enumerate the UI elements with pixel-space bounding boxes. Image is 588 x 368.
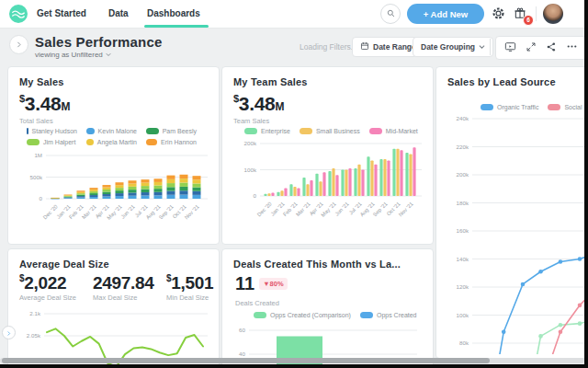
legend-swatch <box>254 312 266 318</box>
legend-label: Pam Beesly <box>163 128 197 134</box>
dashboard-actions-toolbar <box>495 36 584 60</box>
legend-item[interactable]: Enterprise <box>244 128 290 134</box>
team-sales-chart: 0100k200kDec '20Jan '21Feb '21Mar '21Apr… <box>233 136 422 242</box>
legend-item[interactable]: Small Business <box>300 128 360 134</box>
calendar-icon <box>360 41 369 52</box>
card-title: My Team Sales <box>233 76 308 87</box>
max-deal-metric: 2497.84 Max Deal Size <box>93 273 154 302</box>
legend-swatch <box>548 104 560 110</box>
legend-swatch <box>27 139 40 145</box>
card-title: My Sales <box>19 76 64 87</box>
svg-text:100k: 100k <box>244 167 257 173</box>
card-title: Deals Created This Month vs La... <box>233 259 401 270</box>
svg-text:Mar '21: Mar '21 <box>295 201 311 217</box>
card-title: Average Deal Size <box>19 259 109 270</box>
legend-item[interactable]: Opps Created <box>360 312 417 318</box>
team-sales-card: My Team Sales $3.48M Team Sales Enterpri… <box>221 66 434 245</box>
legend-label: Kevin Malone <box>98 128 137 134</box>
lead-source-card: Sales by Lead Source Organic TrafficSoci… <box>435 66 584 359</box>
date-range-label: Date Range <box>373 42 416 52</box>
legend-label: Mid-Market <box>386 128 418 134</box>
share-button[interactable] <box>546 41 557 55</box>
nav-tab-dashboards[interactable]: Dashboards <box>147 0 200 27</box>
viewing-as-dropdown[interactable]: viewing as Unfiltered <box>35 51 111 59</box>
legend-swatch <box>146 139 157 145</box>
legend-item[interactable]: Erin Hannon <box>146 139 197 145</box>
legend-item[interactable]: Stanley Hudson <box>27 128 77 134</box>
svg-text:240k: 240k <box>457 115 469 121</box>
svg-text:Nov '21: Nov '21 <box>398 201 414 217</box>
legend-label: Small Business <box>316 128 360 134</box>
date-grouping-button[interactable]: Date Grouping <box>413 37 493 57</box>
ellipsis-icon <box>566 40 578 55</box>
add-new-button[interactable]: + Add New <box>407 4 484 24</box>
legend-item[interactable]: Social <box>548 104 582 110</box>
horizontal-scrollbar-thumb[interactable] <box>2 358 490 363</box>
legend-label: Erin Hannon <box>161 139 197 145</box>
gear-icon <box>491 6 506 24</box>
svg-text:Jun '21: Jun '21 <box>119 203 135 219</box>
metric-label: Total Sales <box>19 117 53 125</box>
avg-deal-metric: $2,022 Average Deal Size <box>19 273 76 302</box>
deals-legend: Opps Created (Comparison)Opps Created <box>254 312 426 318</box>
present-button[interactable] <box>504 40 516 55</box>
fullscreen-button[interactable] <box>526 41 537 55</box>
expand-panel-button[interactable] <box>2 326 16 339</box>
notification-badge: 6 <box>523 15 534 26</box>
svg-text:140k: 140k <box>457 256 469 262</box>
team-sales-value: $3.48M <box>233 93 284 115</box>
more-options-button[interactable] <box>566 40 578 55</box>
card-title: Sales by Lead Source <box>447 76 556 87</box>
search-button[interactable] <box>380 4 401 24</box>
svg-text:0: 0 <box>254 192 257 199</box>
legend-swatch <box>244 128 257 134</box>
svg-text:120k: 120k <box>457 283 469 290</box>
metric-label: Min Deal Size <box>166 293 213 302</box>
loading-filters-status: Loading Filters... <box>300 42 357 52</box>
legend-item[interactable]: Jim Halpert <box>27 139 77 145</box>
nav-tab-data[interactable]: Data <box>108 0 129 27</box>
svg-text:200k: 200k <box>457 171 469 178</box>
chevron-down-icon <box>106 51 111 59</box>
svg-text:200k: 200k <box>244 140 257 146</box>
metric-label: Average Deal Size <box>19 293 76 302</box>
team-sales-legend: EnterpriseSmall BusinessMid-Market <box>244 128 427 134</box>
deals-created-card: Deals Created This Month vs La... 11 ▼80… <box>221 248 434 364</box>
active-tab-indicator <box>144 25 209 28</box>
app-window: Get Started Data Dashboards + Add New 6 … <box>0 0 584 364</box>
svg-text:Sep '21: Sep '21 <box>158 203 175 220</box>
settings-button[interactable] <box>491 6 506 22</box>
legend-item[interactable]: Organic Traffic <box>481 104 538 110</box>
legend-item[interactable]: Kevin Malone <box>86 128 137 134</box>
legend-swatch <box>481 104 493 110</box>
screen: Get Started Data Dashboards + Add New 6 … <box>0 0 588 368</box>
legend-item[interactable]: Opps Created (Comparison) <box>254 312 351 318</box>
search-icon <box>386 7 396 21</box>
share-icon <box>546 41 557 55</box>
top-nav: Get Started Data Dashboards + Add New 6 <box>0 0 584 29</box>
user-avatar[interactable] <box>543 4 563 24</box>
svg-text:100k: 100k <box>457 312 469 318</box>
down-arrow-icon: ▼ <box>263 280 269 288</box>
expand-icon <box>526 41 537 55</box>
app-logo-icon[interactable] <box>9 5 28 27</box>
svg-text:60: 60 <box>239 327 245 333</box>
svg-text:220k: 220k <box>457 144 469 150</box>
legend-item[interactable]: Angela Martin <box>86 139 137 145</box>
legend-swatch <box>146 128 159 134</box>
nav-tab-get-started[interactable]: Get Started <box>37 0 86 27</box>
legend-item[interactable]: Mid-Market <box>369 128 418 134</box>
metric-label: Max Deal Size <box>93 293 154 302</box>
legend-item[interactable]: Pam Beesly <box>146 128 197 134</box>
min-deal-metric: $1,501 Min Deal Size <box>166 273 213 302</box>
deals-created-value-row: 11 ▼80% <box>235 273 288 294</box>
svg-text:2.1k: 2.1k <box>29 310 41 316</box>
delta-badge: ▼80% <box>259 278 287 290</box>
chevron-down-icon <box>479 42 485 52</box>
back-button[interactable] <box>9 35 28 54</box>
legend-swatch <box>360 312 373 318</box>
legend-label: Jim Halpert <box>43 139 75 145</box>
svg-text:2.05k: 2.05k <box>27 332 41 339</box>
svg-text:Dec '20: Dec '20 <box>256 201 273 217</box>
svg-text:1M: 1M <box>34 152 42 158</box>
